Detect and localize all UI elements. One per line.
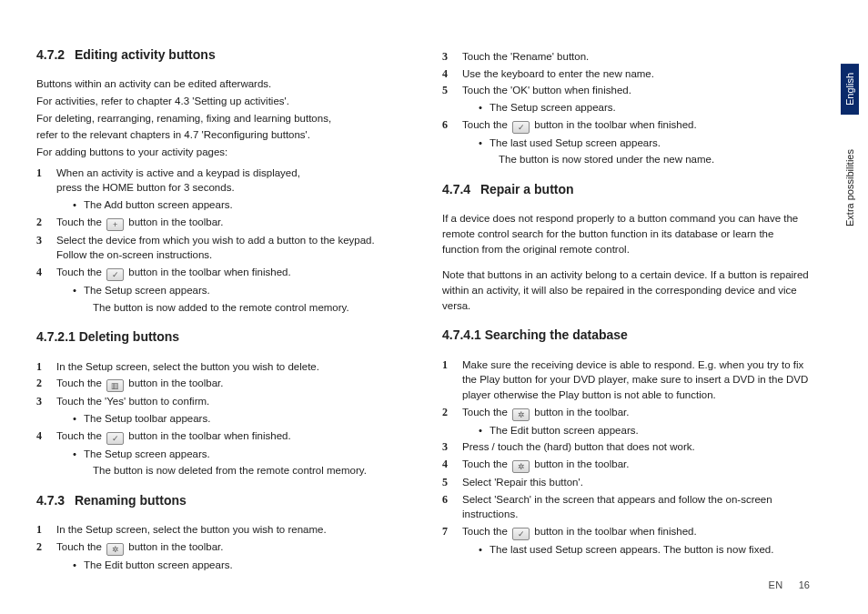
check-icon: ✓ — [512, 121, 530, 134]
step-item: 4 Touch the ✓ button in the toolbar when… — [36, 265, 404, 315]
step-item: 3 Select the device from which you wish … — [36, 233, 404, 263]
step-item: 2 Touch the ▥ button in the toolbar. — [36, 376, 404, 392]
steps-4-7-4-1: 1 Make sure the receiving device is able… — [442, 357, 810, 558]
intro-4-7-4-p2: Note that buttons in an activity belong … — [442, 267, 810, 313]
footer-page-number: 16 — [799, 579, 810, 590]
step-item: 6 Select 'Search' in the screen that app… — [442, 492, 810, 522]
gear-icon: ✲ — [512, 460, 530, 473]
section-tab-extra-possibilities[interactable]: Extra possibilities — [841, 140, 859, 236]
intro-4-7-2: Buttons within an activity can be edited… — [36, 76, 404, 159]
gear-icon: ✲ — [512, 408, 530, 421]
step-item: 2 Touch the ✲ button in the toolbar. The… — [442, 405, 810, 438]
step-item: 2 Touch the + button in the toolbar. — [36, 215, 404, 231]
steps-4-7-3: 1 In the Setup screen, select the button… — [36, 522, 404, 572]
step-item: 3 Press / touch the (hard) button that d… — [442, 439, 810, 455]
heading-4-7-2-1: 4.7.2.1 Deleting buttons — [36, 327, 404, 346]
steps-4-7-2: 1 When an activity is active and a keypa… — [36, 166, 404, 316]
step-item: 2 Touch the ✲ button in the toolbar. The… — [36, 539, 404, 573]
page-footer: EN 16 — [768, 579, 810, 590]
step-item: 3 Touch the 'Yes' button to confirm. The… — [36, 394, 404, 426]
right-column: 3 Touch the 'Rename' button. 4 Use the k… — [442, 45, 810, 586]
step-item: 4 Use the keyboard to enter the new name… — [442, 66, 810, 82]
step-item: 6 Touch the ✓ button in the toolbar when… — [442, 117, 810, 167]
steps-4-7-2-1: 1 In the Setup screen, select the button… — [36, 359, 404, 478]
step-item: 7 Touch the ✓ button in the toolbar when… — [442, 524, 810, 558]
plus-icon: + — [106, 218, 124, 231]
step-item: 1 When an activity is active and a keypa… — [36, 166, 404, 213]
left-column: 4.7.2 Editing activity buttons Buttons w… — [36, 45, 404, 586]
step-item: 1 In the Setup screen, select the button… — [36, 522, 404, 538]
check-icon: ✓ — [106, 432, 124, 445]
heading-4-7-4-1: 4.7.4.1 Searching the database — [442, 326, 810, 344]
check-icon: ✓ — [106, 268, 124, 281]
heading-4-7-3: 4.7.3 Renaming buttons — [36, 491, 404, 509]
step-item: 1 In the Setup screen, select the button… — [36, 359, 404, 375]
step-item: 5 Select 'Repair this button'. — [442, 475, 810, 490]
step-item: 4 Touch the ✓ button in the toolbar when… — [36, 428, 404, 478]
manual-page: English Extra possibilities 4.7.2 Editin… — [0, 0, 868, 614]
trash-icon: ▥ — [106, 379, 124, 392]
gear-icon: ✲ — [106, 543, 124, 556]
step-item: 3 Touch the 'Rename' button. — [442, 49, 810, 65]
footer-language: EN — [768, 579, 782, 590]
side-tabs: English Extra possibilities — [841, 64, 859, 236]
step-item: 4 Touch the ✲ button in the toolbar. — [442, 457, 810, 473]
step-item: 5 Touch the 'OK' button when finished. T… — [442, 83, 810, 115]
step-item: 1 Make sure the receiving device is able… — [442, 357, 810, 403]
heading-4-7-4: 4.7.4 Repair a button — [442, 180, 810, 198]
language-tab-english[interactable]: English — [841, 64, 859, 115]
check-icon: ✓ — [512, 528, 530, 540]
intro-4-7-4-p1: If a device does not respond properly to… — [442, 211, 810, 257]
heading-4-7-2: 4.7.2 Editing activity buttons — [36, 45, 404, 64]
steps-4-7-3-continued: 3 Touch the 'Rename' button. 4 Use the k… — [442, 49, 810, 167]
